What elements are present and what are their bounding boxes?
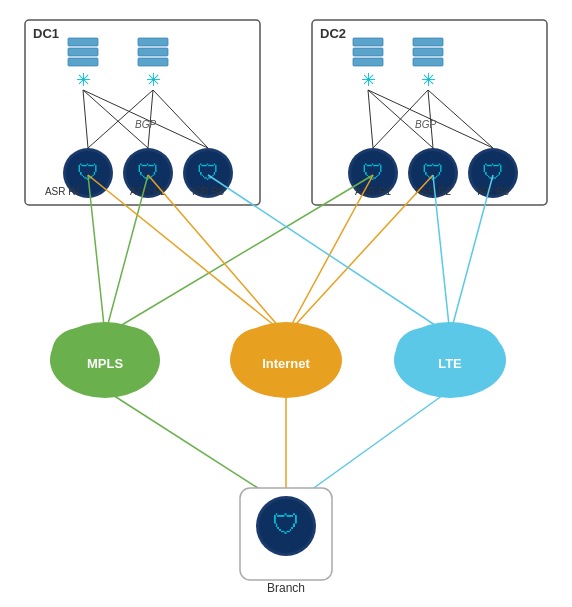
- svg-line-58: [311, 390, 450, 490]
- svg-text:✳: ✳: [76, 70, 91, 90]
- svg-text:🛡: 🛡: [362, 160, 384, 185]
- svg-rect-10: [353, 58, 383, 66]
- dc2-label: DC2: [320, 26, 346, 41]
- svg-text:MPLS: MPLS: [87, 356, 123, 371]
- svg-rect-6: [138, 58, 168, 66]
- svg-rect-12: [413, 38, 443, 46]
- lte-cloud: LTE: [394, 322, 506, 398]
- dc1-bgp-label: BGP: [135, 119, 156, 130]
- svg-rect-13: [413, 48, 443, 56]
- svg-text:🛡: 🛡: [197, 160, 219, 185]
- svg-rect-9: [353, 48, 383, 56]
- dc2-asr-r1-label: ASR R1: [355, 186, 392, 197]
- svg-text:🛡: 🛡: [137, 160, 159, 185]
- svg-rect-5: [138, 48, 168, 56]
- svg-text:LTE: LTE: [438, 356, 462, 371]
- svg-text:✳: ✳: [361, 70, 376, 90]
- dc1-isr-r3-label: ISR R3: [192, 186, 225, 197]
- dc2-isr-r3-label: ISR R3: [477, 186, 510, 197]
- svg-rect-8: [353, 38, 383, 46]
- internet-cloud: Internet: [230, 322, 342, 398]
- svg-text:Internet: Internet: [262, 356, 310, 371]
- svg-rect-1: [68, 48, 98, 56]
- dc1-asr-r1-label: ASR R1: [45, 186, 82, 197]
- svg-text:✳: ✳: [146, 70, 161, 90]
- svg-rect-4: [138, 38, 168, 46]
- svg-rect-2: [68, 58, 98, 66]
- network-diagram: DC1 DC2 ✳ ✳ ✳: [0, 0, 572, 607]
- svg-text:🛡: 🛡: [272, 509, 300, 540]
- mpls-cloud: MPLS: [50, 322, 160, 398]
- svg-text:✳: ✳: [421, 70, 436, 90]
- svg-line-56: [105, 390, 261, 490]
- dc2-bgp-label: BGP: [415, 119, 436, 130]
- dc1-label: DC1: [33, 26, 59, 41]
- svg-rect-14: [413, 58, 443, 66]
- diagram-svg: DC1 DC2 ✳ ✳ ✳: [0, 0, 572, 607]
- dc1-asr-r2-label: ASR R2: [130, 186, 167, 197]
- svg-rect-0: [68, 38, 98, 46]
- svg-text:🛡: 🛡: [482, 160, 504, 185]
- branch-router: 🛡: [256, 496, 316, 556]
- branch-label: Branch: [267, 581, 305, 595]
